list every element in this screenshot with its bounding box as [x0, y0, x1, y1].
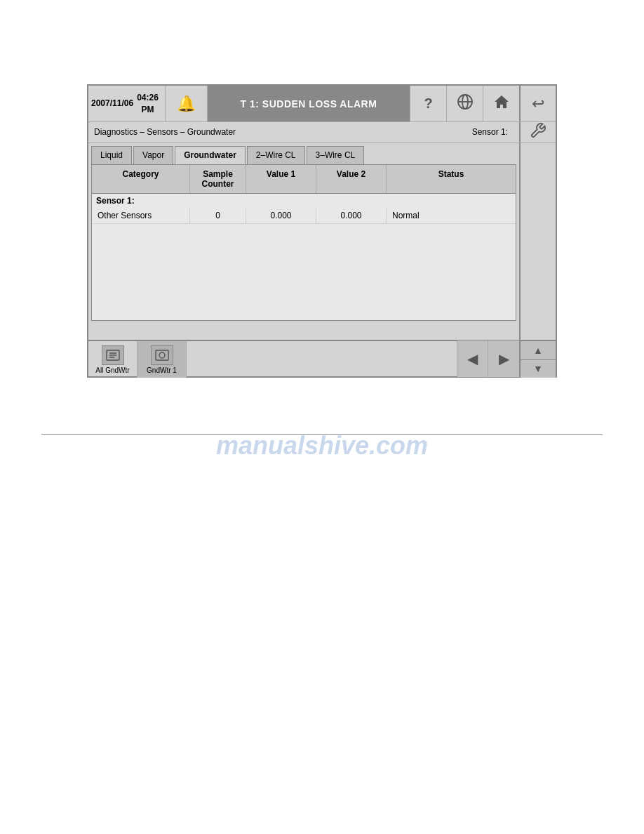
cell-value2: 0.000 — [316, 208, 387, 223]
alarm-text: T 1: SUDDEN LOSS ALARM — [241, 98, 377, 110]
all-gndwtr-button[interactable]: All GndWtr — [88, 341, 137, 378]
down-arrow-icon: ▼ — [533, 363, 543, 374]
all-gndwtr-icon — [102, 345, 124, 365]
svg-rect-7 — [156, 350, 168, 360]
content-area: Liquid Vapor Groundwater 2–Wire CL 3–Wir… — [88, 143, 519, 340]
updown-arrows: ▲ ▼ — [519, 341, 556, 378]
tools-icon — [530, 122, 546, 143]
table-body: Sensor 1: Other Sensors 0 0.000 — [92, 194, 516, 320]
tab-vapor[interactable]: Vapor — [133, 146, 173, 164]
cell-status: Normal — [387, 208, 516, 223]
left-arrow-button[interactable]: ◀ — [457, 340, 488, 377]
col-header-sample: Sample Counter — [190, 165, 246, 193]
cell-sample: 0 — [190, 208, 246, 223]
tab-3wire[interactable]: 3–Wire CL — [307, 146, 365, 164]
all-gndwtr-label: All GndWtr — [95, 366, 129, 374]
col-header-value2: Value 2 — [316, 165, 387, 193]
up-arrow-button[interactable]: ▲ — [521, 341, 556, 360]
breadcrumb-text: Diagnostics – Sensors – Groundwater — [94, 127, 236, 137]
down-arrow-button[interactable]: ▼ — [521, 360, 556, 378]
main-screen: 2007/11/06 04:26 PM 🔔 T 1: SUDDEN LOSS A… — [87, 84, 557, 378]
home-button[interactable] — [483, 86, 519, 121]
svg-point-8 — [159, 352, 165, 358]
tools-button[interactable] — [519, 122, 556, 143]
bottom-spacer — [187, 341, 457, 376]
globe-button[interactable] — [446, 86, 483, 121]
watermark: manualshive.com — [216, 431, 428, 461]
bottom-bar: All GndWtr GndWtr 1 ◀ ▶ — [88, 340, 556, 376]
up-arrow-icon: ▲ — [533, 345, 543, 356]
gndwtr1-button[interactable]: GndWtr 1 — [137, 341, 187, 378]
home-icon — [493, 93, 510, 114]
globe-icon — [457, 93, 474, 114]
left-arrow-icon: ◀ — [467, 350, 478, 367]
bell-button[interactable]: 🔔 — [166, 86, 208, 121]
help-button[interactable]: ? — [410, 86, 446, 121]
gndwtr1-icon — [151, 345, 173, 365]
right-arrow-button[interactable]: ▶ — [488, 340, 519, 377]
data-table: Category Sample Counter Value 1 Value 2 — [91, 164, 516, 321]
alarm-display: T 1: SUDDEN LOSS ALARM — [208, 86, 410, 121]
main-content: Liquid Vapor Groundwater 2–Wire CL 3–Wir… — [88, 143, 556, 340]
back-button[interactable]: ↩ — [519, 86, 556, 121]
col-header-category: Category — [92, 165, 190, 193]
cell-value1: 0.000 — [246, 208, 316, 223]
cell-category: Other Sensors — [92, 208, 190, 223]
right-arrow-icon: ▶ — [499, 350, 509, 367]
breadcrumb: Diagnostics – Sensors – Groundwater Sens… — [88, 122, 519, 142]
back-icon: ↩ — [532, 95, 544, 113]
datetime-display: 2007/11/06 04:26 PM — [88, 86, 166, 121]
section-header: Sensor 1: — [92, 194, 516, 208]
right-sidebar — [519, 143, 556, 340]
bell-icon: 🔔 — [177, 95, 196, 113]
header-bar: 2007/11/06 04:26 PM 🔔 T 1: SUDDEN LOSS A… — [88, 86, 556, 122]
sensor-label: Sensor 1: — [472, 127, 508, 137]
tab-liquid[interactable]: Liquid — [91, 146, 132, 164]
tab-groundwater[interactable]: Groundwater — [175, 146, 246, 164]
table-row: Other Sensors 0 0.000 0.000 — [92, 208, 516, 224]
help-icon: ? — [424, 95, 432, 112]
nav-arrows: ◀ ▶ — [457, 341, 519, 376]
gndwtr1-label: GndWtr 1 — [147, 366, 177, 374]
time-line: 04:26 PM — [133, 92, 162, 116]
col-header-status: Status — [387, 165, 516, 193]
page-divider — [41, 434, 603, 435]
table-header-row: Category Sample Counter Value 1 Value 2 — [92, 165, 516, 194]
col-header-value1: Value 1 — [246, 165, 316, 193]
date-line: 2007/11/06 — [91, 98, 133, 110]
tabs-row: Liquid Vapor Groundwater 2–Wire CL 3–Wir… — [88, 143, 519, 164]
tab-2wire[interactable]: 2–Wire CL — [247, 146, 305, 164]
